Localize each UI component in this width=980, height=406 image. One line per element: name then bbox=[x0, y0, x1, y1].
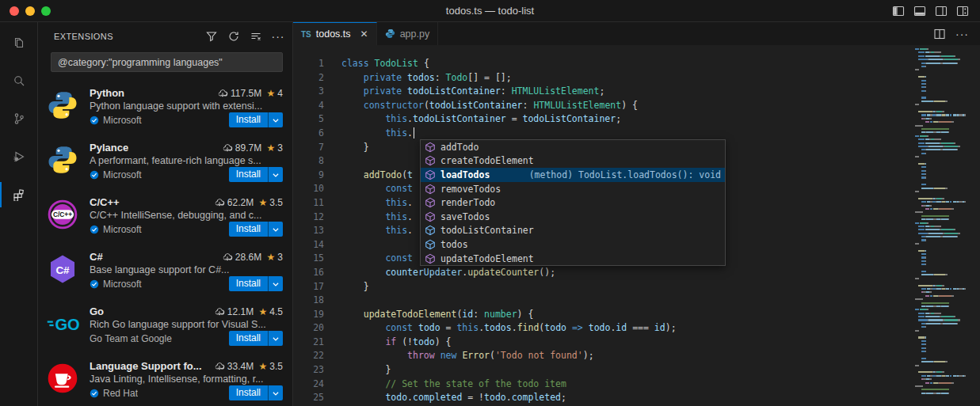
zoom-window-button[interactable] bbox=[41, 6, 51, 16]
suggest-item-loadTodos[interactable]: loadTodos (method) TodoList.loadTodos():… bbox=[421, 168, 725, 182]
activity-bar-search[interactable] bbox=[0, 62, 37, 100]
code-line[interactable]: 22 throw new Error('Todo not found'); bbox=[293, 349, 908, 363]
suggest-item-updateTodoElement[interactable]: updateTodoElement bbox=[421, 252, 725, 266]
code-line[interactable]: 16 counterUpdater.updateCounter(); bbox=[293, 266, 908, 280]
code-line[interactable]: 23 } bbox=[293, 363, 908, 378]
download-count-icon bbox=[214, 361, 225, 372]
toggle-panel-icon[interactable] bbox=[913, 4, 926, 17]
code-line[interactable]: 1 class TodoList { bbox=[293, 57, 908, 71]
star-icon: ★ bbox=[256, 197, 267, 208]
minimap-line bbox=[915, 333, 977, 335]
extension-row-python-1[interactable]: Pylance 89.7M ★ 3 A performant, feature-… bbox=[38, 135, 292, 189]
more-actions-icon[interactable]: ··· bbox=[272, 30, 284, 43]
activity-bar-run-and-debug[interactable] bbox=[0, 138, 37, 176]
code-line[interactable]: 2 private todos: Todo[] = []; bbox=[293, 71, 908, 85]
activity-bar bbox=[0, 22, 38, 406]
activity-bar-extensions[interactable] bbox=[0, 176, 37, 214]
minimize-window-button[interactable] bbox=[25, 6, 35, 16]
activity-bar-explorer[interactable] bbox=[0, 24, 37, 62]
close-tab-icon[interactable]: ✕ bbox=[360, 28, 368, 40]
editor-body: 1 class TodoList { 2 private todos: Todo… bbox=[293, 45, 980, 406]
code-line[interactable]: 3 private todoListContainer: HTMLUListEl… bbox=[293, 85, 908, 99]
close-window-button[interactable] bbox=[10, 6, 19, 16]
extension-row-csharp-3[interactable]: C# C# 28.6M ★ 3 Base language support fo… bbox=[38, 244, 292, 298]
extension-description: Rich Go language support for Visual S... bbox=[90, 319, 283, 330]
tab-app-py[interactable]: app.py bbox=[377, 22, 439, 45]
code-line[interactable]: 21 if (!todo) { bbox=[293, 336, 908, 350]
suggest-item-addTodo[interactable]: addTodo bbox=[421, 140, 725, 154]
tab-todos-ts[interactable]: TS todos.ts ✕ bbox=[293, 22, 377, 45]
install-options-chevron-icon[interactable] bbox=[268, 112, 283, 127]
source-control-icon bbox=[13, 112, 25, 125]
minimap-line bbox=[915, 368, 977, 370]
code-line-text: } bbox=[324, 280, 369, 294]
code-line-text: addTodo(t bbox=[324, 169, 413, 183]
suggest-item-createTodoElement[interactable]: createTodoElement bbox=[421, 154, 725, 169]
code-line[interactable]: 19 updateTodoElement(id: number) { bbox=[293, 308, 908, 322]
split-editor-icon[interactable] bbox=[932, 27, 946, 40]
minimap[interactable] bbox=[908, 45, 980, 406]
activity-bar-source-control[interactable] bbox=[0, 100, 37, 138]
code-line[interactable]: 4 constructor(todoListContainer: HTMLULi… bbox=[293, 99, 908, 113]
code-line[interactable]: 24 // Set the state of the todo item bbox=[293, 378, 908, 392]
suggest-item-saveTodos[interactable]: saveTodos bbox=[421, 210, 725, 224]
install-options-chevron-icon[interactable] bbox=[268, 222, 283, 237]
extension-stats: 33.4M ★ 3.5 bbox=[214, 361, 283, 372]
suggest-label: todos bbox=[440, 239, 468, 250]
extension-row-python-0[interactable]: Python 117.5M ★ 4 Python language suppor… bbox=[38, 80, 292, 135]
suggest-item-renderTodo[interactable]: renderTodo bbox=[421, 195, 725, 210]
install-button[interactable]: Install bbox=[229, 167, 268, 182]
install-button[interactable]: Install bbox=[229, 112, 268, 127]
code-line-text: this. bbox=[324, 211, 413, 225]
code-line[interactable]: 25 todo.completed = !todo.completed; bbox=[293, 391, 908, 405]
install-button[interactable]: Install bbox=[229, 331, 268, 346]
install-options-chevron-icon[interactable] bbox=[268, 167, 283, 182]
suggest-item-todoListContainer[interactable]: todoListContainer bbox=[421, 224, 725, 238]
refresh-icon[interactable] bbox=[227, 30, 240, 43]
suggest-label: updateTodoElement bbox=[440, 253, 534, 264]
install-button[interactable]: Install bbox=[229, 385, 268, 400]
code-line-text: todo.completed = !todo.completed; bbox=[324, 391, 566, 405]
clear-search-results-icon[interactable] bbox=[250, 30, 262, 43]
toggle-primary-sidebar-icon[interactable] bbox=[891, 4, 905, 17]
code-line[interactable]: 6 this. bbox=[293, 127, 908, 141]
extension-row-cpp-2[interactable]: C/C++ C/C++ 62.2M ★ 3.5 C/C++ IntelliSen… bbox=[38, 189, 292, 244]
install-button[interactable]: Install bbox=[229, 222, 268, 237]
line-number: 23 bbox=[293, 363, 324, 378]
minimap-line bbox=[915, 365, 977, 366]
suggest-label: todoListContainer bbox=[440, 225, 534, 236]
minimap-line bbox=[915, 146, 977, 147]
minimap-line bbox=[915, 166, 977, 168]
code-line[interactable]: 17 } bbox=[293, 280, 908, 294]
extension-row-java-5[interactable]: Language Support fo... 33.4M ★ 3.5 Java … bbox=[38, 353, 292, 406]
extension-row-go-4[interactable]: GO Go 12.1M ★ 4.5 Rich Go language suppo… bbox=[38, 298, 292, 353]
more-actions-icon[interactable]: ··· bbox=[955, 27, 969, 40]
minimap-line bbox=[915, 323, 977, 324]
code-line[interactable]: 20 const todo = this.todos.find(todo => … bbox=[293, 321, 908, 336]
svg-text:C#: C# bbox=[55, 264, 70, 276]
code-line[interactable]: 5 this.todoListContainer = todoListConta… bbox=[293, 112, 908, 127]
toggle-secondary-sidebar-icon[interactable] bbox=[934, 4, 948, 17]
install-options-chevron-icon[interactable] bbox=[268, 276, 283, 291]
customize-layout-icon[interactable] bbox=[955, 4, 969, 17]
code-line-text: this. bbox=[324, 127, 414, 141]
code-line[interactable]: 18 bbox=[293, 294, 908, 308]
suggest-item-removeTodos[interactable]: removeTodos bbox=[421, 182, 725, 196]
suggest-item-todos[interactable]: todos bbox=[421, 237, 725, 252]
extensions-search-input[interactable] bbox=[51, 57, 282, 68]
layout-controls bbox=[891, 4, 969, 17]
filter-icon[interactable] bbox=[205, 30, 218, 43]
minimap-line bbox=[915, 63, 977, 64]
install-button[interactable]: Install bbox=[229, 276, 268, 291]
minimap-line bbox=[915, 274, 977, 275]
download-count-icon bbox=[222, 252, 233, 263]
install-options-chevron-icon[interactable] bbox=[268, 385, 283, 400]
install-split-button: Install bbox=[229, 112, 283, 127]
install-options-chevron-icon[interactable] bbox=[268, 331, 283, 346]
line-number: 20 bbox=[293, 321, 324, 336]
minimap-line bbox=[915, 336, 977, 338]
window-title: todos.ts — todo-list bbox=[0, 5, 980, 17]
sidebar-title: EXTENSIONS bbox=[54, 32, 205, 41]
line-number: 2 bbox=[293, 71, 324, 85]
run-and-debug-icon bbox=[13, 150, 25, 163]
